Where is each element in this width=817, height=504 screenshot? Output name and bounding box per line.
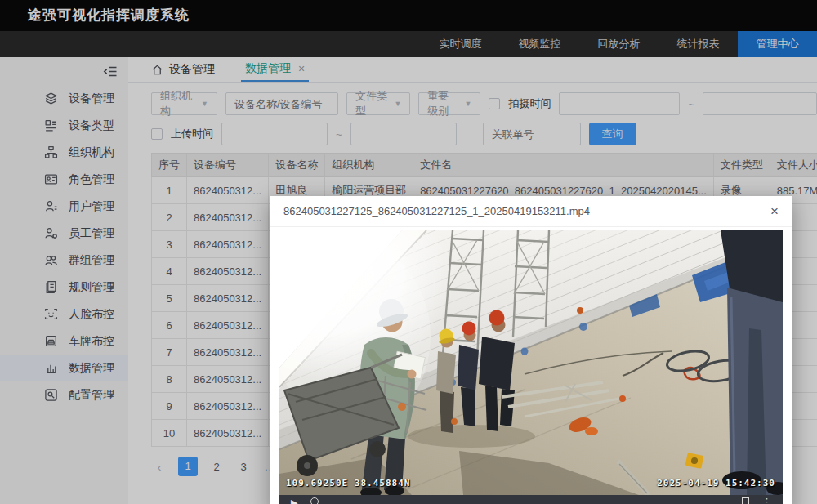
video-controls: ▶ ⋮ xyxy=(279,495,783,504)
video-player[interactable]: 109.69250E 38.45884N 2025-04-19 15:42:30… xyxy=(279,230,783,504)
fullscreen-icon[interactable] xyxy=(742,497,749,504)
modal-header: 862405031227125_862405031227125_1_202504… xyxy=(270,196,792,227)
volume-icon[interactable] xyxy=(310,497,319,504)
more-icon[interactable]: ⋮ xyxy=(762,497,771,504)
timestamp-overlay: 2025-04-19 15:42:30 xyxy=(657,478,775,488)
modal-body: 109.69250E 38.45884N 2025-04-19 15:42:30… xyxy=(270,227,792,504)
video-preview-modal: 862405031227125_862405031227125_1_202504… xyxy=(270,196,792,504)
gps-overlay: 109.69250E 38.45884N xyxy=(286,478,410,488)
modal-title: 862405031227125_862405031227125_1_202504… xyxy=(283,205,590,217)
app-window: 途强可视化指挥调度系统 实时调度视频监控回放分析统计报表管理中心 设备管理设备类… xyxy=(0,0,817,504)
play-icon[interactable]: ▶ xyxy=(291,497,297,504)
close-icon[interactable]: × xyxy=(770,204,779,218)
video-frame xyxy=(279,230,783,495)
foreground-person-jeans xyxy=(721,230,783,495)
